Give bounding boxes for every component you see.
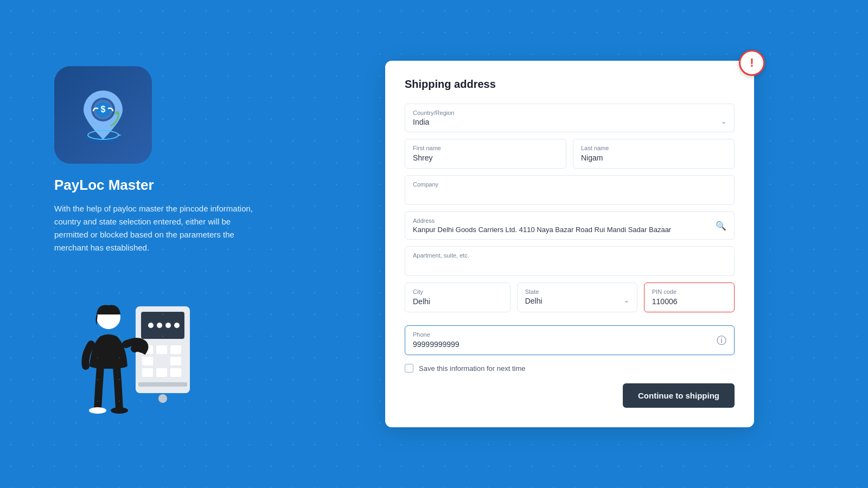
phone-label: Phone [413,331,710,338]
brand-description: With the help of payloc master the pinco… [54,202,260,254]
svg-rect-22 [170,368,181,377]
svg-rect-19 [170,357,181,365]
phone-row: Phone 99999999999 ⓘ [405,325,735,355]
svg-rect-17 [156,357,167,365]
country-field[interactable]: Country/Region India ⌄ [405,104,735,132]
form-card: ! Shipping address Country/Region India … [385,61,754,427]
right-panel: ! Shipping address Country/Region India … [293,39,868,449]
apartment-field[interactable]: Apartment, suite, etc. [405,246,735,276]
company-field[interactable]: Company [405,175,735,205]
city-field[interactable]: City Delhi [405,282,510,312]
company-value [413,190,415,198]
atm-illustration [54,274,195,420]
state-value: Delhi [525,297,542,305]
pin-value: 110006 [652,297,678,306]
apartment-value [413,261,415,269]
svg-marker-6 [118,134,122,136]
logo-container: $ [54,66,152,164]
pin-field[interactable]: PIN code 110006 [644,282,735,312]
svg-point-11 [157,323,162,328]
phone-value: 99999999999 [413,340,459,349]
svg-rect-23 [138,382,187,387]
svg-rect-21 [156,368,167,377]
apartment-label: Apartment, suite, etc. [413,252,726,259]
form-title: Shipping address [405,78,735,91]
phone-field[interactable]: Phone 99999999999 ⓘ [405,325,735,355]
svg-point-26 [89,407,106,414]
brand-name: PayLoc Master [54,177,260,194]
state-field[interactable]: State Delhi ⌄ [517,282,637,312]
address-value: Kanpur Delhi Goods Carriers Ltd. 4110 Na… [413,226,726,234]
svg-point-27 [111,407,128,414]
svg-rect-18 [170,345,181,354]
continue-to-shipping-button[interactable]: Continue to shipping [623,383,735,408]
save-checkbox[interactable] [405,364,413,373]
state-label: State [525,288,629,295]
help-icon[interactable]: ⓘ [717,334,726,347]
last-name-label: Last name [581,145,726,151]
last-name-value: Nigam [581,153,603,162]
svg-point-13 [174,323,180,328]
address-label: Address [413,217,726,224]
city-state-pin-row: City Delhi State Delhi ⌄ PIN code 110006 [405,282,735,319]
save-row: Save this information for next time [405,364,735,373]
svg-point-10 [148,323,154,328]
state-chevron-icon: ⌄ [624,297,629,304]
alert-badge: ! [739,50,765,76]
pin-label: PIN code [652,288,726,295]
svg-point-24 [158,394,167,403]
last-name-field[interactable]: Last name Nigam [573,139,735,169]
address-field[interactable]: Address Kanpur Delhi Goods Carriers Ltd.… [405,211,735,240]
save-label: Save this information for next time [419,364,526,373]
country-label: Country/Region [413,110,726,116]
name-row: First name Shrey Last name Nigam [405,139,735,169]
city-label: City [413,288,502,295]
svg-rect-15 [156,345,167,354]
company-label: Company [413,181,726,188]
search-icon: 🔍 [716,221,726,231]
svg-rect-20 [142,368,153,377]
country-value: India [413,118,429,126]
logo-icon: $ [71,82,136,147]
button-row: Continue to shipping [405,383,735,408]
svg-rect-16 [142,357,153,365]
city-value: Delhi [413,297,430,306]
chevron-down-icon: ⌄ [721,118,726,125]
first-name-label: First name [413,145,558,151]
svg-text:$: $ [101,105,106,114]
first-name-value: Shrey [413,153,433,162]
first-name-field[interactable]: First name Shrey [405,139,566,169]
left-panel: $ PayLoc Master With the help of payloc … [0,34,293,455]
svg-point-12 [165,323,171,328]
